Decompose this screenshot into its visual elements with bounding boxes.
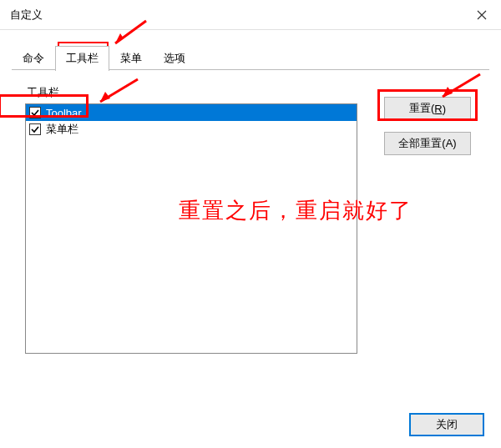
close-window-button[interactable] [463, 0, 501, 30]
window-title: 自定义 [10, 8, 43, 23]
tab-options[interactable]: 选项 [153, 46, 196, 71]
reset-accel: R [434, 103, 442, 115]
reset-all-button[interactable]: 全部重置(A) [384, 132, 471, 155]
reset-label-prefix: 重置( [409, 101, 434, 116]
check-icon [31, 108, 39, 117]
tab-menus[interactable]: 菜单 [109, 46, 153, 71]
list-item-toolbar[interactable]: Toolbar [26, 104, 357, 121]
toolbars-listbox[interactable]: Toolbar 菜单栏 [25, 103, 357, 354]
close-button[interactable]: 关闭 [409, 413, 484, 436]
tab-toolbars[interactable]: 工具栏 [55, 46, 109, 71]
list-item-label: 菜单栏 [46, 122, 78, 137]
close-icon [477, 10, 487, 20]
reset-label-suffix: ) [443, 103, 446, 115]
list-item-label: Toolbar [46, 107, 82, 119]
check-icon [31, 125, 39, 133]
tab-commands[interactable]: 命令 [12, 46, 55, 71]
list-item-menubar[interactable]: 菜单栏 [26, 121, 357, 138]
tab-bar: 命令 工具栏 菜单 选项 [0, 30, 501, 70]
checkbox-toolbar[interactable] [29, 107, 41, 118]
checkbox-menubar[interactable] [29, 123, 41, 135]
reset-button[interactable]: 重置(R) [384, 97, 471, 120]
